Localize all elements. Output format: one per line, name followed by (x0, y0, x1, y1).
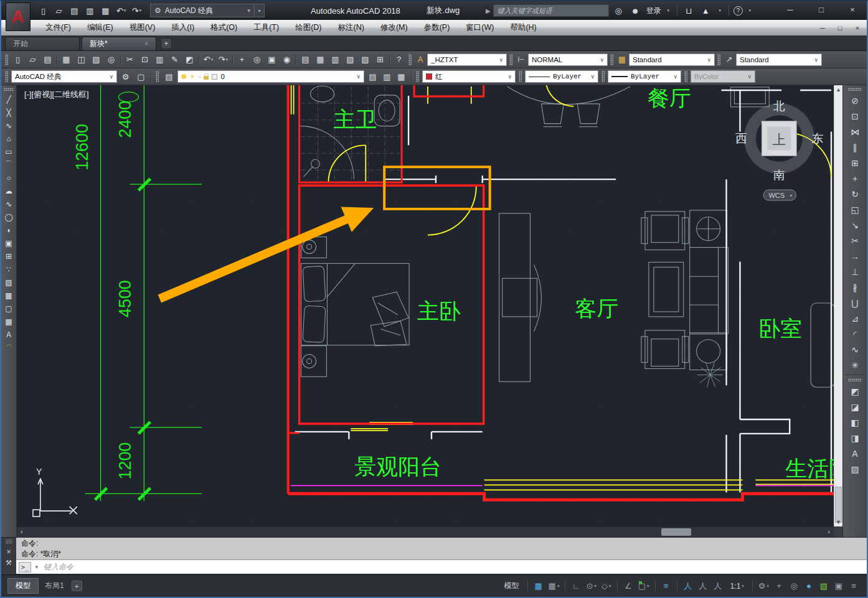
toolbar-grip[interactable] (156, 71, 159, 82)
ortho-mode-button[interactable]: ∟ (569, 579, 583, 594)
ellipse-button[interactable]: ◯ (2, 210, 16, 223)
properties-button[interactable]: ▤ (298, 53, 313, 67)
bring-above-button[interactable]: ◧ (847, 414, 863, 430)
gradient-button[interactable]: ▩ (2, 289, 16, 302)
zoom-window-button[interactable]: ▣ (265, 53, 279, 67)
menu-item[interactable]: 绘图(D) (287, 20, 329, 35)
viewport-controls-label[interactable]: [-][俯视][二维线框] (24, 90, 89, 99)
command-caret-icon[interactable]: ▼ (34, 564, 39, 570)
toolbar-grip[interactable] (509, 54, 512, 65)
ellipse-arc-button[interactable]: ◗ (2, 223, 16, 236)
fillet-button[interactable]: ◜ (847, 326, 863, 342)
stretch-button[interactable]: ↘ (847, 217, 863, 233)
menu-item[interactable]: 修改(M) (372, 20, 416, 35)
command-grip[interactable]: ⠿⠿ (5, 539, 12, 545)
search-input[interactable] (493, 4, 609, 17)
menu-item[interactable]: 视图(V) (121, 20, 164, 35)
break-at-point-button[interactable]: ⊥ (847, 264, 863, 279)
isolate-objects-button[interactable]: ◎ (787, 579, 801, 594)
send-to-back-button[interactable]: ◪ (847, 399, 863, 414)
qat-saveas-button[interactable]: ▥ (83, 4, 97, 17)
dim-style-dropdown[interactable]: NORMAL∨ (528, 54, 608, 66)
qat-new-button[interactable]: ▯ (36, 4, 50, 17)
vertical-scrollbar[interactable]: ▲ ▼ (834, 85, 842, 526)
annotation-visibility-button[interactable]: 人 (681, 579, 695, 594)
menu-item[interactable]: 插入(I) (163, 20, 202, 35)
bring-to-front-button[interactable]: ◩ (847, 383, 863, 399)
scroll-left-icon[interactable]: ‹ (21, 528, 23, 535)
scroll-up-icon[interactable]: ▲ (834, 86, 842, 93)
command-customize-icon[interactable]: ⚒ (6, 559, 12, 567)
layer-properties-manager-icon[interactable]: ▤ (162, 70, 176, 83)
trim-button[interactable]: ✂ (847, 233, 863, 248)
object-snap-button[interactable]: ▢▾ (636, 579, 651, 594)
signin-caret-icon[interactable]: ▾ (664, 4, 672, 17)
publish-button[interactable]: ▧ (89, 53, 103, 67)
layer-states-button[interactable]: ▤ (366, 70, 380, 83)
doc-close-button[interactable]: × (852, 24, 863, 32)
search-binoculars-icon[interactable]: ◎ (611, 4, 626, 17)
menu-item[interactable]: 编辑(E) (79, 20, 121, 35)
viewcube-east[interactable]: 东 (812, 133, 824, 146)
add-layout-button[interactable]: + (72, 581, 82, 591)
tab-current-drawing[interactable]: 新块* × (82, 37, 156, 50)
autocad-app-menu-button[interactable]: A (6, 2, 31, 31)
multiline-text-button[interactable]: A (2, 328, 16, 341)
open-button[interactable]: ▱ (26, 53, 40, 67)
customization-menu-button[interactable]: ≡ (847, 579, 861, 594)
toolbar-grip[interactable] (601, 71, 605, 82)
mleader-style-dropdown[interactable]: Standard∨ (736, 54, 822, 66)
polyline-button[interactable]: ∿ (2, 119, 16, 132)
menu-item[interactable]: 格式(O) (202, 20, 245, 35)
scale-button[interactable]: ◱ (847, 202, 863, 217)
fullscreen-button[interactable]: ▣ (832, 579, 846, 594)
object-snap-tracking-button[interactable]: ∠ (621, 579, 635, 594)
insert-block-button[interactable]: ▣ (2, 236, 16, 250)
vertical-scroll-thumb[interactable] (835, 487, 842, 523)
workspace-extra-button[interactable]: ▾ (255, 4, 265, 17)
command-input-row[interactable]: >_ ▼ (16, 559, 867, 574)
line-button[interactable]: ╱ (2, 93, 16, 106)
save-button[interactable]: ▤ (40, 53, 55, 67)
plot-button[interactable]: ▦ (59, 53, 73, 67)
circle-button[interactable]: ○ (2, 171, 16, 184)
qat-redo-button[interactable]: ↷▾ (130, 4, 144, 17)
revision-cloud-button[interactable]: ☁ (2, 184, 16, 197)
zoom-previous-button[interactable]: ◉ (280, 53, 294, 67)
color-dropdown[interactable]: 红 ∨ (422, 70, 516, 83)
preview-button[interactable]: ◫ (74, 53, 88, 67)
command-input[interactable] (42, 562, 864, 572)
annotation-autoscale-button[interactable]: 人 (696, 579, 710, 594)
horizontal-scroll-thumb[interactable] (661, 528, 691, 536)
toolbar-grip[interactable] (848, 88, 862, 91)
menu-item[interactable]: 窗口(W) (458, 20, 502, 35)
help-button[interactable]: ? (392, 53, 406, 67)
workspace-switching-button[interactable]: ⚙▾ (757, 579, 771, 594)
menu-item[interactable]: 文件(F) (37, 20, 79, 35)
viewcube-north[interactable]: 北 (773, 100, 785, 113)
toolbar-grip[interactable] (416, 71, 419, 82)
doc-restore-button[interactable]: □ (834, 24, 846, 32)
polygon-button[interactable]: ⌂ (2, 132, 16, 145)
minimize-button[interactable]: ─ (781, 2, 800, 16)
move-button[interactable]: + (847, 171, 863, 186)
maximize-button[interactable]: □ (812, 2, 831, 16)
rectangle-button[interactable]: ▭ (2, 145, 16, 158)
close-button[interactable]: × (843, 2, 862, 16)
a360-icon[interactable]: ▲ (699, 4, 713, 17)
table-style-dropdown[interactable]: Standard∨ (629, 54, 715, 66)
hatch-button[interactable]: ▨ (2, 276, 16, 289)
cut-button[interactable]: ✂ (123, 53, 137, 67)
snap-mode-button[interactable]: ▦▾ (547, 579, 562, 594)
point-style-icon[interactable]: ◠ (2, 341, 16, 351)
signin-label[interactable]: 登录 (646, 6, 661, 16)
qat-plot-button[interactable]: ▦ (98, 4, 113, 17)
toolbar-grip[interactable] (684, 71, 687, 82)
infocenter-toggle-icon[interactable]: ▶ (486, 7, 491, 14)
region-button[interactable]: ▢ (2, 302, 16, 315)
mirror-button[interactable]: ⋈ (847, 124, 863, 139)
make-block-button[interactable]: ⊞ (2, 250, 16, 263)
quickcalc-button[interactable]: ⊞ (373, 53, 387, 67)
drawing-canvas[interactable]: [-][俯视][二维线框] (17, 85, 842, 537)
designcenter-button[interactable]: ▦ (313, 53, 328, 67)
